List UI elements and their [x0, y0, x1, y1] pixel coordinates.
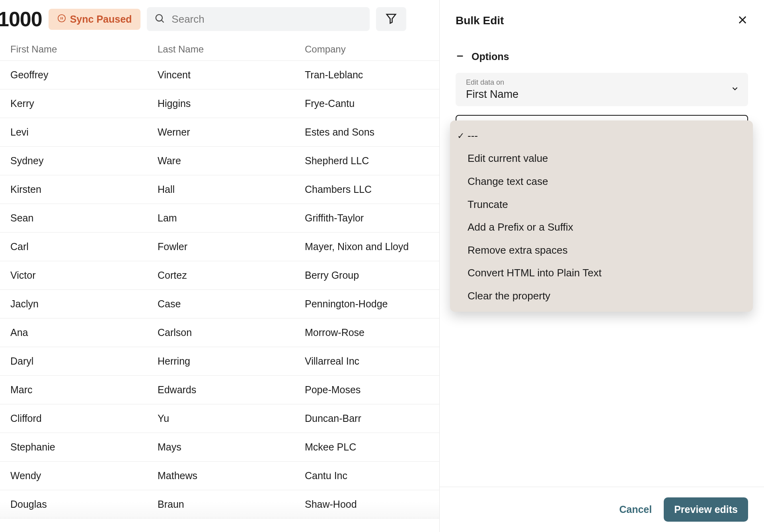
check-icon: ✓ [457, 129, 468, 143]
edit-on-select[interactable]: Edit data on First Name [456, 73, 748, 106]
table-row[interactable]: DouglasBraunShaw-Hood [0, 490, 439, 518]
cell-last-name: Higgins [158, 98, 305, 109]
cell-last-name: Werner [158, 126, 305, 138]
dropdown-item-label: Convert HTML into Plain Text [468, 265, 746, 282]
svg-point-3 [156, 15, 162, 21]
cell-last-name: Braun [158, 499, 305, 510]
table-row[interactable]: KerryHigginsFrye-Cantu [0, 89, 439, 118]
svg-marker-5 [387, 14, 396, 23]
table-row[interactable]: DarylHerringVillarreal Inc [0, 347, 439, 375]
cell-company: Duncan-Barr [305, 413, 439, 424]
dropdown-item[interactable]: Convert HTML into Plain Text [450, 262, 753, 285]
filter-button[interactable] [376, 7, 406, 31]
cell-last-name: Fowler [158, 241, 305, 252]
cell-last-name: Herring [158, 355, 305, 367]
cell-company: Villarreal Inc [305, 355, 439, 367]
dropdown-item-label: Truncate [468, 196, 746, 213]
col-company[interactable]: Company [305, 44, 439, 55]
table-row[interactable]: WendyMathewsCantu Inc [0, 461, 439, 490]
cell-company: Pennington-Hodge [305, 298, 439, 310]
table-row[interactable]: SydneyWareShepherd LLC [0, 146, 439, 175]
preview-edits-button[interactable]: Preview edits [664, 497, 748, 522]
main-content: 1000 Sync Paused [0, 0, 439, 532]
cell-company: Frye-Cantu [305, 98, 439, 109]
chevron-down-icon [731, 84, 739, 95]
edit-on-value: First Name [466, 88, 738, 101]
col-last-name[interactable]: Last Name [158, 44, 305, 55]
panel-title: Bulk Edit [456, 14, 504, 27]
cell-company: Estes and Sons [305, 126, 439, 138]
cell-last-name: Yu [158, 413, 305, 424]
dropdown-item[interactable]: Add a Prefix or a Suffix [450, 216, 753, 239]
cell-first-name: Ana [10, 327, 158, 338]
cell-first-name: Levi [10, 126, 158, 138]
table-row[interactable]: AnaCarlsonMorrow-Rose [0, 318, 439, 347]
cell-last-name: Mays [158, 441, 305, 453]
search-input[interactable] [172, 13, 363, 25]
cell-first-name: Wendy [10, 470, 158, 482]
options-label: Options [472, 51, 509, 62]
col-first-name[interactable]: First Name [10, 44, 158, 55]
dropdown-item-label: Add a Prefix or a Suffix [468, 219, 746, 236]
action-select[interactable]: ✓---Edit current valueChange text caseTr… [456, 115, 748, 146]
cell-first-name: Geoffrey [10, 69, 158, 81]
close-button[interactable] [737, 14, 748, 27]
cell-company: Pope-Moses [305, 384, 439, 396]
cell-company: Chambers LLC [305, 184, 439, 195]
filter-icon [385, 12, 397, 26]
options-header[interactable]: Options [456, 51, 748, 62]
cell-company: Cantu Inc [305, 470, 439, 482]
cell-first-name: Kirsten [10, 184, 158, 195]
table-row[interactable]: KirstenHallChambers LLC [0, 175, 439, 204]
cell-last-name: Cortez [158, 270, 305, 281]
table-row[interactable]: SeanLamGriffith-Taylor [0, 204, 439, 232]
cell-company: Griffith-Taylor [305, 212, 439, 224]
table-row[interactable]: JaclynCasePennington-Hodge [0, 289, 439, 318]
table-row[interactable]: GeoffreyVincentTran-Leblanc [0, 60, 439, 89]
dropdown-item[interactable]: Change text case [450, 170, 753, 193]
cell-last-name: Edwards [158, 384, 305, 396]
record-count: 1000 [0, 7, 42, 31]
cell-company: Morrow-Rose [305, 327, 439, 338]
cell-company: Mayer, Nixon and Lloyd [305, 241, 439, 252]
search-icon [154, 13, 165, 25]
dropdown-item[interactable]: Edit current value [450, 147, 753, 170]
cell-company: Tran-Leblanc [305, 69, 439, 81]
cell-company: Berry Group [305, 270, 439, 281]
cell-first-name: Stephanie [10, 441, 158, 453]
topbar: 1000 Sync Paused [0, 0, 439, 38]
cell-first-name: Clifford [10, 413, 158, 424]
cell-first-name: Douglas [10, 499, 158, 510]
table-row[interactable]: VictorCortezBerry Group [0, 261, 439, 289]
cell-first-name: Kerry [10, 98, 158, 109]
cell-first-name: Jaclyn [10, 298, 158, 310]
dropdown-item[interactable]: Remove extra spaces [450, 239, 753, 262]
dropdown-item[interactable]: Truncate [450, 193, 753, 216]
search-box[interactable] [147, 7, 370, 31]
dropdown-item-label: Remove extra spaces [468, 242, 746, 259]
svg-line-4 [162, 20, 164, 22]
cell-company: Mckee PLC [305, 441, 439, 453]
cell-first-name: Daryl [10, 355, 158, 367]
cell-first-name: Carl [10, 241, 158, 252]
sync-status-label: Sync Paused [70, 14, 132, 25]
dropdown-item-label: --- [468, 128, 746, 144]
dropdown-item[interactable]: Clear the property [450, 285, 753, 308]
sync-status-chip[interactable]: Sync Paused [49, 9, 141, 30]
table-row[interactable]: MarcEdwardsPope-Moses [0, 375, 439, 404]
cancel-button[interactable]: Cancel [619, 504, 652, 515]
dropdown-item-label: Clear the property [468, 288, 746, 305]
cell-first-name: Marc [10, 384, 158, 396]
table-row[interactable]: CliffordYuDuncan-Barr [0, 404, 439, 433]
dropdown-item[interactable]: ✓--- [450, 124, 753, 148]
pause-icon [57, 14, 66, 25]
cell-last-name: Ware [158, 155, 305, 167]
panel-footer: Cancel Preview edits [440, 487, 764, 532]
table-row[interactable]: CarlFowlerMayer, Nixon and Lloyd [0, 232, 439, 261]
table-row[interactable]: StephanieMaysMckee PLC [0, 433, 439, 461]
records-table: First Name Last Name Company GeoffreyVin… [0, 38, 439, 518]
table-row[interactable]: LeviWernerEstes and Sons [0, 118, 439, 146]
dropdown-item-label: Change text case [468, 173, 746, 190]
bulk-edit-panel: Bulk Edit Options [439, 0, 764, 532]
minus-icon [456, 52, 464, 62]
